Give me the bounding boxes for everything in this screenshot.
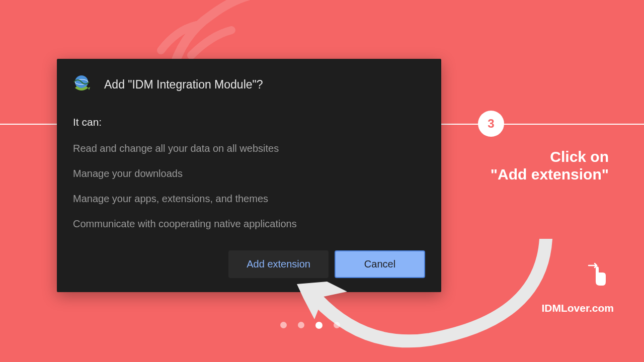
step-instruction: Click on "Add extension"	[491, 148, 609, 183]
dialog-title: Add "IDM Integration Module"?	[104, 78, 263, 92]
step-number-badge: 3	[478, 111, 504, 137]
swipe-icon	[587, 261, 608, 288]
pagination-dots	[280, 322, 340, 329]
permission-item: Read and change all your data on all web…	[73, 141, 427, 155]
permission-item: Communicate with cooperating native appl…	[73, 217, 427, 231]
instruction-line-2: "Add extension"	[491, 166, 609, 184]
idm-app-icon	[71, 74, 92, 95]
permission-item: Manage your apps, extensions, and themes	[73, 192, 427, 206]
pointer-arrow	[289, 239, 556, 354]
permissions-list: Read and change all your data on all web…	[73, 141, 427, 231]
dot	[334, 322, 340, 328]
dot	[280, 322, 287, 328]
permissions-label: It can:	[73, 116, 427, 128]
permission-item: Manage your downloads	[73, 166, 427, 180]
brand-watermark: IDMLover.com	[541, 302, 614, 314]
dot	[298, 322, 304, 328]
dot-active	[315, 322, 323, 329]
instruction-line-1: Click on	[491, 148, 609, 166]
